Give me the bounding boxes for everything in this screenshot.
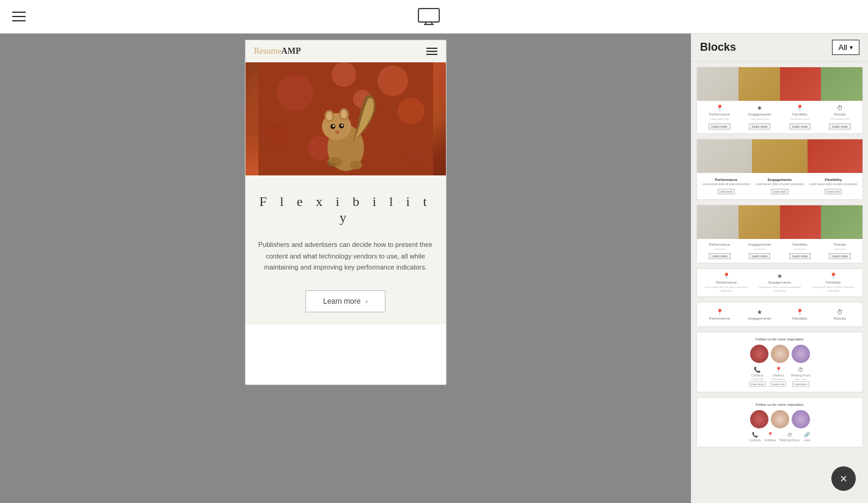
block-card-3[interactable]: Performance Lorem text Learn more Engage… xyxy=(696,205,863,264)
block7-icon-col-2: 📍 Address xyxy=(765,432,776,442)
block6-lbl-2: Address xyxy=(773,373,784,377)
block5-lbl-1: Performance xyxy=(709,317,730,320)
block3-img-2 xyxy=(739,205,780,239)
block-card-2[interactable]: Performance Lorem ipsum dolor sit amet c… xyxy=(696,139,863,200)
block2-btn-3[interactable]: Learn more xyxy=(825,189,842,194)
phone-learn-more-button[interactable]: Learn more › xyxy=(305,290,385,312)
block-btn-2[interactable]: Learn more xyxy=(749,123,771,130)
block2-body-2: Lorem ipsum dolor sit amet consectetur xyxy=(756,183,804,186)
block2-img-3 xyxy=(808,139,863,173)
block5-clock-icon: ⏱ xyxy=(837,309,843,315)
block3-btn-4[interactable]: Learn more xyxy=(829,253,851,259)
block3-btn-3[interactable]: Learn more xyxy=(789,253,811,259)
block-btn-4[interactable]: Learn more xyxy=(829,123,851,130)
top-bar xyxy=(0,0,868,34)
squirrel-illustration xyxy=(246,62,446,175)
block7-pin-icon: 📍 xyxy=(767,432,773,438)
hamburger-icon[interactable] xyxy=(12,12,26,21)
block-img-1 xyxy=(697,67,739,101)
block7-icon-col-3: ⏱ Working Hours xyxy=(779,432,800,442)
block6-social: Follow us for more inspiration 📞 Contact… xyxy=(697,332,863,392)
main-layout: ResumeAMP xyxy=(0,34,868,503)
block3-btn-1[interactable]: Learn more xyxy=(709,253,731,259)
svg-point-7 xyxy=(332,62,356,87)
block2-text-col-3: Flexibility Lorem ipsum dolor sit amet c… xyxy=(806,178,860,194)
logo-amp-text: AMP xyxy=(282,46,301,56)
block3-lbl-4: Results xyxy=(834,243,846,246)
block6-phone-icon: 📞 xyxy=(754,367,760,373)
close-button[interactable]: × xyxy=(831,466,856,491)
block4-lbl-1: Performance xyxy=(716,281,737,284)
phone-preview: ResumeAMP xyxy=(245,40,447,385)
sidebar-content[interactable]: 📍 Performance Lorem ipsum text Learn mor… xyxy=(691,62,868,503)
block-card-6[interactable]: Follow us for more inspiration 📞 Contact… xyxy=(696,332,863,392)
block2-images-row xyxy=(697,139,863,173)
block-label-1: Performance xyxy=(709,112,730,116)
block3-img-4 xyxy=(821,205,863,239)
block4-body-2: Lorem ipsum dolor sit amet consectetur a… xyxy=(753,285,807,292)
block-images-row xyxy=(697,67,863,101)
block-card-7[interactable]: Follow us for more inspiration 📞 Contact… xyxy=(696,397,863,447)
all-dropdown-button[interactable]: All ▾ xyxy=(832,40,859,55)
block7-phone-icon: 📞 xyxy=(752,432,758,438)
block3-img-1 xyxy=(697,205,739,239)
svg-point-6 xyxy=(277,75,313,111)
phone-description: Publishers and advertisers can decide ho… xyxy=(258,239,434,273)
block6-btn-2[interactable]: Learn more xyxy=(770,381,787,387)
block-desc-2: Lorem ipsum text xyxy=(750,117,769,121)
block-pin-icon-1: 📍 xyxy=(716,105,723,111)
block3-icons-row: Performance Lorem text Learn more Engage… xyxy=(697,239,863,263)
svg-rect-0 xyxy=(418,9,439,22)
block-desc-3: Lorem ipsum text xyxy=(790,117,809,121)
logo-resume-text: Resume xyxy=(254,46,282,56)
block5-col-3: 📍 Flexibility xyxy=(780,309,820,320)
block-desc-4: Lorem ipsum text xyxy=(831,117,850,121)
sidebar-title: Blocks xyxy=(700,41,736,54)
block6-btn-1[interactable]: Learn more xyxy=(749,381,766,387)
block7-img-2 xyxy=(771,410,789,428)
block3-btn-2[interactable]: Learn more xyxy=(749,253,771,259)
block2-body-3: Lorem ipsum dolor sit amet consectetur xyxy=(809,183,858,186)
block6-pin-icon: 📍 xyxy=(775,367,782,373)
block2-text-row: Performance Lorem ipsum dolor sit amet c… xyxy=(697,173,863,199)
block-pin-icon-2: 📍 xyxy=(796,105,803,111)
sidebar-header: Blocks All ▾ xyxy=(691,34,868,62)
block7-img-3 xyxy=(792,410,810,428)
dropdown-arrow-icon: ▾ xyxy=(850,44,853,51)
block-card-4[interactable]: 📍 Performance Lorem ipsum dolor sit amet… xyxy=(696,268,863,296)
block3-images-row xyxy=(697,205,863,239)
block-card-1[interactable]: 📍 Performance Lorem ipsum text Learn mor… xyxy=(696,67,863,134)
block7-icon-row: 📞 Contacts 📍 Address ⏱ Working Hours xyxy=(749,432,811,442)
block-icon-col-2: ★ Engagements Lorem ipsum text Learn mor… xyxy=(740,105,780,130)
block-btn-3[interactable]: Learn more xyxy=(789,123,811,130)
block6-clock-icon: ⏱ xyxy=(798,367,803,373)
block5-lbl-2: Engagements xyxy=(748,317,771,320)
phone-hamburger-icon[interactable] xyxy=(426,48,437,55)
block-btn-1[interactable]: Learn more xyxy=(709,123,731,130)
block6-icon-col-1: 📞 Contacts +1 234 567 Learn more xyxy=(749,367,766,387)
phone-scroll-container[interactable]: ResumeAMP xyxy=(246,40,446,384)
block2-body-1: Lorem ipsum dolor sit amet consectetur xyxy=(702,183,750,186)
block-star-icon-1: ★ xyxy=(757,105,762,111)
block2-btn-1[interactable]: Learn more xyxy=(718,189,735,194)
block6-btn-3[interactable]: Learn more xyxy=(792,381,809,387)
block6-sub-3: 9am - 5pm xyxy=(795,378,806,381)
block6-icon-row: 📞 Contacts +1 234 567 Learn more 📍 Addre… xyxy=(749,367,811,387)
phone-section-title: F l e x i b i l i t y xyxy=(258,194,434,226)
block3-col-4: Results Lorem text Learn more xyxy=(820,243,860,260)
block7-lbl-1: Contacts xyxy=(749,438,761,442)
block4-col-3: 📍 Flexibility Lorem ipsum dolor sit amet… xyxy=(806,273,860,292)
block2-btn-2[interactable]: Learn more xyxy=(771,189,788,194)
block4-star-icon: ★ xyxy=(777,273,782,279)
block7-title: Follow us for more inspiration xyxy=(756,403,803,406)
block7-social: Follow us for more inspiration 📞 Contact… xyxy=(697,398,863,447)
block6-lbl-1: Contacts xyxy=(751,373,764,377)
block3-lbl-3: Flexibility xyxy=(792,243,808,246)
block6-title: Follow us for more inspiration xyxy=(756,337,803,341)
svg-point-23 xyxy=(335,130,339,133)
block6-lbl-3: Working Hours xyxy=(790,373,811,377)
block-card-5[interactable]: 📍 Performance ★ Engagements 📍 Flexibilit… xyxy=(696,302,863,327)
svg-point-21 xyxy=(332,125,334,127)
block5-lbl-3: Flexibility xyxy=(792,317,808,320)
block-label-4: Results xyxy=(834,112,846,116)
